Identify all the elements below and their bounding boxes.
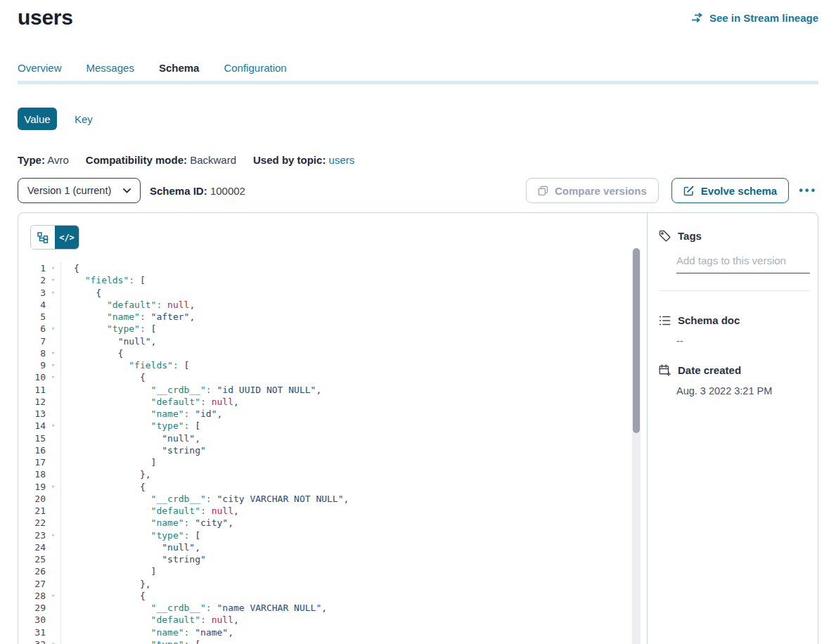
schema-panel: </> 1▾{2▾ "fields": [3▾ {4 "default": nu… xyxy=(18,212,818,644)
schema-doc-heading: Schema doc xyxy=(659,314,808,326)
evolve-schema-button[interactable]: Evolve schema xyxy=(671,178,789,203)
line-number: 23 xyxy=(18,529,46,541)
schema-meta: Type: Avro Compatibility mode: Backward … xyxy=(18,154,371,166)
code-line: 21 "default": null, xyxy=(18,505,626,517)
versions-copy-icon xyxy=(538,186,548,196)
code-text: ] xyxy=(61,565,156,577)
tags-input[interactable] xyxy=(676,252,810,273)
line-number: 7 xyxy=(18,335,46,347)
code-text: { xyxy=(61,262,79,274)
line-number: 18 xyxy=(18,468,46,480)
tab-schema[interactable]: Schema xyxy=(159,62,202,77)
compatibility-label: Compatibility mode: xyxy=(86,154,187,166)
fold-gutter xyxy=(46,505,61,517)
code-text: }, xyxy=(61,468,151,480)
value-toggle-button[interactable]: Value xyxy=(18,108,57,130)
fold-toggle-icon[interactable]: ▾ xyxy=(46,323,61,335)
code-line: 32▾ "type": [ xyxy=(18,638,626,644)
fold-toggle-icon[interactable]: ▾ xyxy=(46,347,61,359)
compare-versions-button[interactable]: Compare versions xyxy=(526,178,659,203)
code-text: "default": null, xyxy=(61,299,195,311)
code-editor[interactable]: 1▾{2▾ "fields": [3▾ {4 "default": null,5… xyxy=(18,262,626,644)
fold-toggle-icon[interactable]: ▾ xyxy=(46,481,61,493)
fold-gutter xyxy=(46,517,61,529)
code-line: 27 }, xyxy=(18,578,626,590)
line-number: 19 xyxy=(18,481,46,493)
doc-list-icon xyxy=(659,315,671,326)
sidebar-divider xyxy=(660,290,809,291)
line-number: 29 xyxy=(18,602,46,614)
fold-gutter xyxy=(46,565,61,577)
fold-gutter xyxy=(46,493,61,505)
fold-toggle-icon[interactable]: ▾ xyxy=(46,529,61,541)
code-line: 28▾ { xyxy=(18,590,626,602)
editor-scrollbar-track[interactable] xyxy=(632,248,641,644)
fold-gutter xyxy=(46,311,61,323)
tab-messages[interactable]: Messages xyxy=(86,62,136,77)
line-number: 25 xyxy=(18,553,46,565)
code-line: 23▾ "type": [ xyxy=(18,529,626,541)
line-number: 17 xyxy=(18,456,46,468)
code-text: ] xyxy=(61,456,156,468)
key-toggle-button[interactable]: Key xyxy=(75,113,93,125)
code-line: 14▾ "type": [ xyxy=(18,420,626,432)
fold-toggle-icon[interactable]: ▾ xyxy=(46,287,61,299)
tab-overview[interactable]: Overview xyxy=(18,62,64,77)
tree-view-button[interactable] xyxy=(31,226,55,249)
tree-view-icon xyxy=(37,232,49,243)
fold-toggle-icon[interactable]: ▾ xyxy=(46,359,61,371)
fold-gutter xyxy=(46,626,61,638)
line-number: 12 xyxy=(18,396,46,408)
code-line: 2▾ "fields": [ xyxy=(18,274,626,286)
code-line: 4 "default": null, xyxy=(18,299,626,311)
type-value: Avro xyxy=(47,154,69,166)
code-text: "name": "city", xyxy=(61,517,233,529)
editor-view-toggle: </> xyxy=(30,225,79,250)
tab-configuration[interactable]: Configuration xyxy=(224,62,288,77)
type-label: Type: xyxy=(18,154,45,166)
fold-toggle-icon[interactable]: ▾ xyxy=(46,262,61,274)
code-line: 8▾ { xyxy=(18,347,626,359)
code-text: "string" xyxy=(61,444,206,456)
fold-toggle-icon[interactable]: ▾ xyxy=(46,371,61,383)
code-text: "null", xyxy=(61,432,200,444)
line-number: 4 xyxy=(18,299,46,311)
code-text: "default": null, xyxy=(61,396,239,408)
code-line: 11 "__crdb__": "id UUID NOT NULL", xyxy=(18,384,626,396)
code-line: 16 "string" xyxy=(18,444,626,456)
fold-toggle-icon[interactable]: ▾ xyxy=(46,590,61,602)
code-text: "type": [ xyxy=(61,420,200,432)
fold-gutter xyxy=(46,614,61,626)
code-text: "fields": [ xyxy=(61,359,189,371)
code-line: 3▾ { xyxy=(18,287,626,299)
fold-toggle-icon[interactable]: ▾ xyxy=(46,274,61,286)
more-options-button[interactable]: ••• xyxy=(797,184,818,197)
page-title: users xyxy=(18,6,73,30)
line-number: 20 xyxy=(18,493,46,505)
fold-toggle-icon[interactable]: ▾ xyxy=(46,638,61,644)
code-view-button[interactable]: </> xyxy=(55,226,79,249)
code-line: 30 "default": null, xyxy=(18,614,626,626)
code-text: { xyxy=(61,287,101,299)
line-number: 27 xyxy=(18,578,46,590)
schema-id-value: 100002 xyxy=(210,185,245,197)
version-select[interactable]: Version 1 (current) xyxy=(18,178,141,203)
topic-users-link[interactable]: users xyxy=(329,154,355,166)
code-line: 15 "null", xyxy=(18,432,626,444)
code-line: 10▾ { xyxy=(18,371,626,383)
tabs: Overview Messages Schema Configuration xyxy=(18,62,302,77)
fold-gutter xyxy=(46,541,61,553)
code-line: 19▾ { xyxy=(18,481,626,493)
editor-scrollbar-thumb[interactable] xyxy=(633,248,640,433)
fold-toggle-icon[interactable]: ▾ xyxy=(46,420,61,432)
code-text: "null", xyxy=(61,541,200,553)
code-line: 17 ] xyxy=(18,456,626,468)
fold-gutter xyxy=(46,408,61,420)
fold-gutter xyxy=(46,299,61,311)
fold-gutter xyxy=(46,384,61,396)
evolve-schema-label: Evolve schema xyxy=(701,185,777,197)
see-in-stream-lineage-link[interactable]: See in Stream lineage xyxy=(691,12,818,24)
line-number: 21 xyxy=(18,505,46,517)
code-text: { xyxy=(61,481,146,493)
line-number: 26 xyxy=(18,565,46,577)
